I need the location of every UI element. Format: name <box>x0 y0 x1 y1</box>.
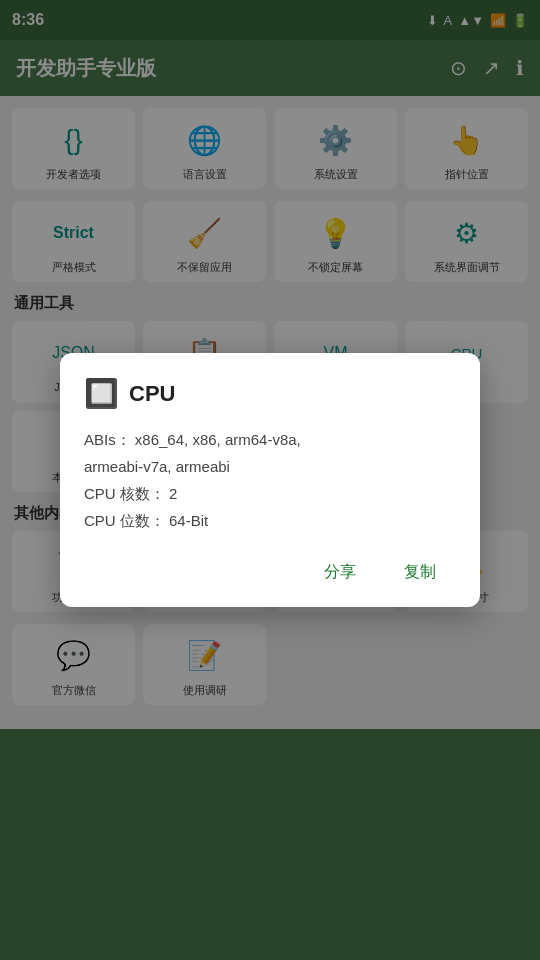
dialog-actions: 分享 复制 <box>84 554 456 591</box>
dialog-overlay: 🔲 CPU ABIs： x86_64, x86, arm64-v8a,armea… <box>0 0 540 960</box>
dialog-cores-row: CPU 核数： 2 <box>84 480 456 507</box>
share-button[interactable]: 分享 <box>304 554 376 591</box>
dialog-chip-icon: 🔲 <box>84 377 119 410</box>
dialog-bits-row: CPU 位数： 64-Bit <box>84 507 456 534</box>
cpu-dialog: 🔲 CPU ABIs： x86_64, x86, arm64-v8a,armea… <box>60 353 480 607</box>
dialog-body: ABIs： x86_64, x86, arm64-v8a,armeabi-v7a… <box>84 426 456 534</box>
dialog-abis-row: ABIs： x86_64, x86, arm64-v8a,armeabi-v7a… <box>84 426 456 480</box>
copy-button[interactable]: 复制 <box>384 554 456 591</box>
dialog-title: CPU <box>129 381 175 407</box>
dialog-title-row: 🔲 CPU <box>84 377 456 410</box>
